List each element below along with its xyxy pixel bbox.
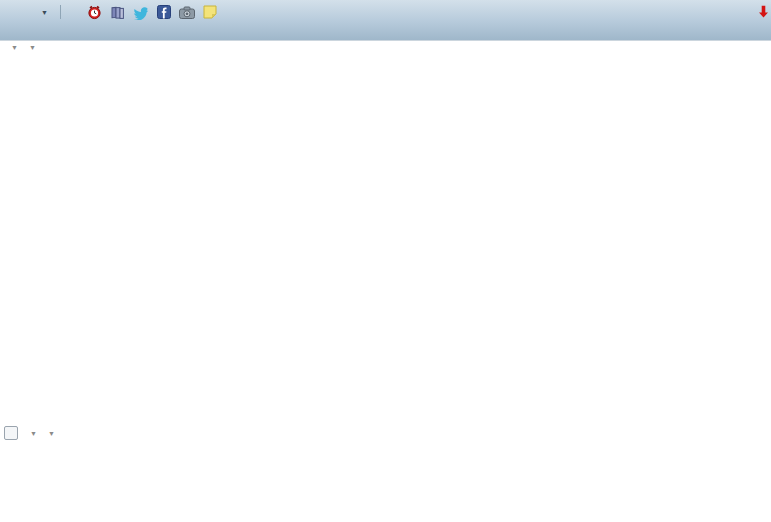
facebook-icon[interactable] xyxy=(157,5,171,19)
chevron-down-icon[interactable]: ▼ xyxy=(41,9,48,16)
price-panel-header: ▼ ▼ xyxy=(7,44,43,51)
sticky-note-icon[interactable] xyxy=(203,5,217,19)
toolbar-main-row: ▼ xyxy=(0,0,771,24)
chevron-down-icon[interactable]: ▼ xyxy=(30,430,37,437)
toolbar-divider xyxy=(60,5,61,19)
alarm-clock-icon[interactable] xyxy=(87,5,102,20)
chevron-down-icon[interactable]: ▼ xyxy=(29,44,36,51)
price-change-readout xyxy=(758,5,771,18)
camera-icon[interactable] xyxy=(179,6,195,19)
toolbar: ▼ xyxy=(0,0,771,40)
chevron-down-icon[interactable]: ▼ xyxy=(48,430,55,437)
chart-region: ▼ ▼ ▼ ▼ xyxy=(0,40,771,522)
chevron-down-icon[interactable]: ▼ xyxy=(11,44,18,51)
chart-canvas[interactable] xyxy=(0,41,771,522)
chart-application: ▼ xyxy=(0,0,771,522)
twitter-icon[interactable] xyxy=(133,5,149,20)
down-arrow-icon xyxy=(758,5,769,18)
cci-panel-header: ▼ ▼ xyxy=(4,426,62,440)
toolbar-sub-row xyxy=(0,24,771,40)
close-icon[interactable] xyxy=(4,426,18,440)
toolbar-icon-group xyxy=(87,5,217,20)
books-icon[interactable] xyxy=(110,5,125,20)
